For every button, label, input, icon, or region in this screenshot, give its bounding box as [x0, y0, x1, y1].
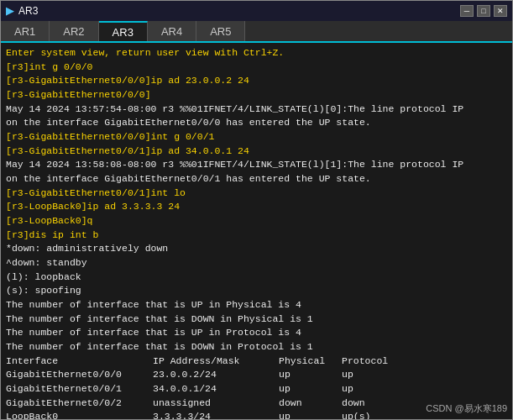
title-bar-left: ▶ AR3 [6, 5, 38, 17]
terminal-line: *down: administratively down ^down: stan… [6, 243, 313, 352]
table-header: InterfaceIP Address/MaskPhysicalProtocol… [6, 355, 409, 419]
main-window: ▶ AR3 ─ □ ✕ AR1 AR2 AR3 AR4 AR5 Enter sy… [0, 0, 513, 420]
terminal-line: Enter system view, return user view with… [6, 47, 284, 100]
tab-ar5[interactable]: AR5 [196, 21, 245, 41]
restore-button[interactable]: □ [477, 5, 490, 17]
tab-ar4[interactable]: AR4 [148, 21, 196, 41]
window-title: AR3 [18, 5, 38, 17]
terminal-output[interactable]: Enter system view, return user view with… [1, 43, 512, 419]
terminal-line: May 14 2024 13:58:08-08:00 r3 %%01IFNET/… [6, 159, 463, 184]
terminal-line: May 14 2024 13:57:54-08:00 r3 %%01IFNET/… [6, 103, 463, 129]
terminal-line: [r3-GigabitEthernet0/0/0]int g 0/0/1 [r3… [6, 131, 249, 156]
title-bar: ▶ AR3 ─ □ ✕ [1, 1, 512, 21]
tab-bar: AR1 AR2 AR3 AR4 AR5 [1, 21, 512, 43]
tab-ar3[interactable]: AR3 [99, 21, 148, 41]
terminal-line: [r3-GigabitEthernet0/0/1]int lo [r3-Loop… [6, 187, 186, 240]
window-controls: ─ □ ✕ [460, 5, 507, 17]
tab-ar1[interactable]: AR1 [1, 21, 50, 41]
app-icon: ▶ [6, 5, 13, 17]
watermark: CSDN @易水寒189 [426, 402, 507, 416]
minimize-button[interactable]: ─ [460, 5, 474, 17]
tab-ar2[interactable]: AR2 [50, 21, 98, 41]
close-button[interactable]: ✕ [494, 5, 507, 17]
